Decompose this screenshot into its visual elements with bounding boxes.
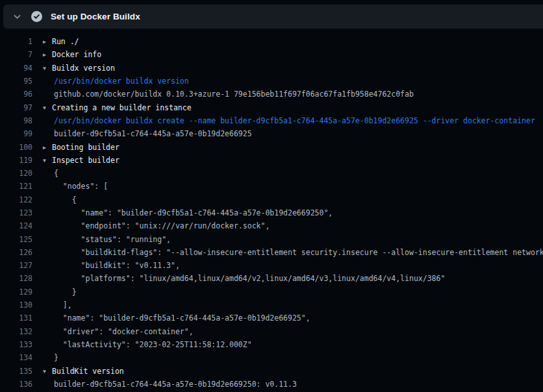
log-line-text: "name": "builder-d9cfb5a1-c764-445a-a57e… (43, 208, 333, 217)
line-number-link[interactable]: 131 (0, 313, 32, 323)
group-title[interactable]: ▼Inspect builder (43, 156, 120, 165)
line-number-link[interactable]: 128 (0, 274, 32, 283)
log-line: 96 github.com/docker/buildx 0.10.3+azure… (0, 88, 543, 101)
log-line: 127 "buildkit": "v0.11.3", (0, 259, 543, 272)
line-number-link[interactable]: 122 (0, 195, 32, 204)
log-line-text: ], (43, 300, 72, 310)
line-number-link[interactable]: 1 (0, 37, 32, 46)
log-line[interactable]: 119 ▼Inspect builder (0, 154, 543, 167)
line-number-link[interactable]: 129 (0, 288, 32, 297)
line-number-link[interactable]: 97 (0, 103, 32, 112)
log-line-text: { (43, 169, 58, 178)
log-line-text: { (43, 195, 77, 204)
line-number-link[interactable]: 134 (0, 353, 32, 362)
line-number-link[interactable]: 123 (0, 208, 32, 217)
log-line-text: } (43, 353, 58, 362)
line-number-link[interactable]: 133 (0, 340, 32, 349)
line-number-link[interactable]: 7 (0, 50, 32, 59)
line-number-link[interactable]: 136 (0, 380, 32, 389)
line-number-link[interactable]: 125 (0, 235, 32, 244)
log-line-text: "status": "running", (43, 235, 171, 244)
log-line: 136 builder-d9cfb5a1-c764-445a-a57e-0b19… (0, 378, 543, 391)
line-number-link[interactable]: 98 (0, 116, 32, 125)
triangle-down-icon[interactable]: ▼ (43, 369, 52, 374)
log-line-text: builder-d9cfb5a1-c764-445a-a57e-0b19d2e6… (43, 129, 252, 138)
log-line: 130 ], (0, 299, 543, 312)
log-line-text: "platforms": "linux/amd64,linux/amd64/v2… (43, 274, 445, 283)
log-line-text: /usr/bin/docker buildx create --name bui… (43, 116, 535, 125)
log-line: 98 /usr/bin/docker buildx create --name … (0, 114, 543, 127)
log-line-text: "buildkitd-flags": "--allow-insecure-ent… (43, 248, 543, 257)
log-line: 99 builder-d9cfb5a1-c764-445a-a57e-0b19d… (0, 127, 543, 140)
triangle-right-icon[interactable]: ▶ (43, 39, 52, 45)
log-line-text: builder-d9cfb5a1-c764-445a-a57e-0b19d2e6… (43, 380, 297, 389)
log-line[interactable]: 135 ▼BuildKit version (0, 364, 543, 377)
group-title[interactable]: ▼Buildx version (43, 64, 115, 73)
step-title: Set up Docker Buildx (51, 12, 140, 21)
log-line: 132 "driver": "docker-container", (0, 325, 543, 338)
triangle-right-icon[interactable]: ▶ (43, 52, 52, 58)
log-line-text: github.com/docker/buildx 0.10.3+azure-1 … (43, 90, 414, 99)
log-viewer: 1 ▶Run ./ 7 ▶Docker info 94 ▼Buildx vers… (0, 29, 543, 392)
log-line: 121 "nodes": [ (0, 180, 543, 193)
log-line: 123 "name": "builder-d9cfb5a1-c764-445a-… (0, 206, 543, 219)
line-number-link[interactable]: 96 (0, 90, 32, 99)
group-title[interactable]: ▶Run ./ (43, 37, 79, 46)
line-number-link[interactable]: 135 (0, 367, 32, 376)
step-header[interactable]: Set up Docker Buildx (3, 5, 543, 29)
triangle-down-icon[interactable]: ▼ (43, 105, 52, 111)
group-title[interactable]: ▼BuildKit version (43, 367, 124, 376)
log-line[interactable]: 7 ▶Docker info (0, 48, 543, 61)
log-line: 125 "status": "running", (0, 232, 543, 245)
log-line-text: /usr/bin/docker buildx version (43, 77, 189, 86)
log-line: 120 { (0, 167, 543, 180)
triangle-down-icon[interactable]: ▼ (43, 66, 52, 71)
status-check-icon (31, 11, 42, 22)
line-number-link[interactable]: 119 (0, 156, 32, 165)
log-line[interactable]: 1 ▶Run ./ (0, 35, 543, 48)
group-title[interactable]: ▶Docker info (43, 50, 101, 59)
group-title[interactable]: ▼Creating a new builder instance (43, 103, 192, 112)
line-number-link[interactable]: 126 (0, 248, 32, 257)
line-number-link[interactable]: 99 (0, 129, 32, 138)
log-line: 126 "buildkitd-flags": "--allow-insecure… (0, 246, 543, 259)
line-number-link[interactable]: 130 (0, 300, 32, 310)
log-line-text: "name": "builder-d9cfb5a1-c764-445a-a57e… (43, 313, 310, 323)
log-line[interactable]: 94 ▼Buildx version (0, 62, 543, 75)
log-line[interactable]: 97 ▼Creating a new builder instance (0, 101, 543, 114)
line-number-link[interactable]: 95 (0, 77, 32, 86)
line-number-link[interactable]: 127 (0, 261, 32, 270)
line-number-link[interactable]: 94 (0, 64, 32, 73)
log-line: 95 /usr/bin/docker buildx version (0, 75, 543, 88)
line-number-link[interactable]: 100 (0, 143, 32, 152)
log-line: 129 } (0, 286, 543, 299)
line-number-link[interactable]: 124 (0, 221, 32, 230)
line-number-link[interactable]: 121 (0, 182, 32, 191)
triangle-right-icon[interactable]: ▶ (43, 145, 52, 151)
log-line: 133 "lastActivity": "2023-02-25T11:58:12… (0, 338, 543, 351)
log-line-text: "nodes": [ (43, 182, 108, 191)
line-number-link[interactable]: 120 (0, 169, 32, 178)
log-line-text: "driver": "docker-container", (43, 327, 194, 336)
log-line: 134 } (0, 351, 543, 364)
log-line: 131 "name": "builder-d9cfb5a1-c764-445a-… (0, 312, 543, 325)
line-number-link[interactable]: 132 (0, 327, 32, 336)
log-line-text: "endpoint": "unix:///var/run/docker.sock… (43, 221, 270, 230)
log-line-text: "buildkit": "v0.11.3", (43, 261, 180, 270)
log-line-text: "lastActivity": "2023-02-25T11:58:12.000… (43, 340, 252, 349)
triangle-down-icon[interactable]: ▼ (43, 158, 52, 164)
log-line: 122 { (0, 193, 543, 206)
log-line: 124 "endpoint": "unix:///var/run/docker.… (0, 219, 543, 232)
log-line: 128 "platforms": "linux/amd64,linux/amd6… (0, 272, 543, 285)
log-line-text: } (43, 288, 77, 297)
chevron-down-icon[interactable] (12, 12, 22, 22)
group-title[interactable]: ▶Booting builder (43, 143, 120, 152)
log-line[interactable]: 100 ▶Booting builder (0, 140, 543, 153)
